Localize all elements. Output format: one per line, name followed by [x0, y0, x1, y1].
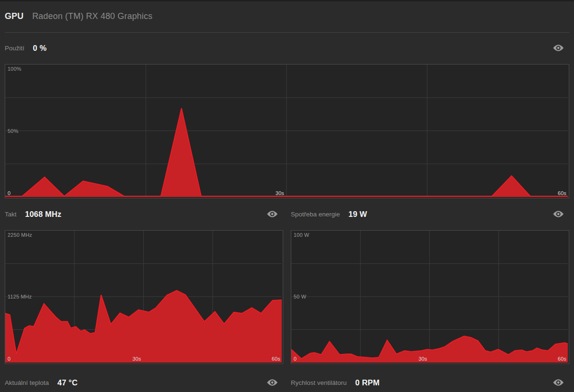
usage-chart: 100% 50% 0 30s 60s — [5, 64, 569, 198]
power-visibility-toggle[interactable] — [552, 210, 565, 218]
y-tick-mid: 50 W — [294, 294, 306, 299]
metric-clock-row: Takt 1068 MHz — [5, 206, 283, 222]
x-tick-60s: 60s — [558, 191, 566, 196]
device-name: Radeon (TM) RX 480 Graphics — [32, 11, 153, 21]
y-tick-zero: 0 — [8, 191, 10, 196]
metric-usage-row: Použití 0 % — [5, 40, 569, 56]
eye-icon — [553, 211, 564, 217]
eye-icon — [553, 45, 564, 51]
x-tick-30s: 30s — [276, 191, 287, 196]
temperature-visibility-toggle[interactable] — [266, 378, 278, 387]
metric-label: Rychlost ventilátoru — [291, 379, 347, 386]
metric-label: Použití — [5, 45, 24, 52]
gpu-header: GPU Radeon (TM) RX 480 Graphics — [5, 9, 569, 23]
y-tick-zero: 0 — [8, 356, 10, 362]
fan-visibility-toggle[interactable] — [552, 378, 565, 387]
y-tick-max: 100 W — [294, 233, 309, 238]
eye-icon — [553, 379, 564, 386]
x-tick-30s: 30s — [418, 356, 430, 362]
x-tick-60s: 60s — [272, 356, 280, 362]
metric-value: 0 RPM — [355, 378, 380, 387]
chart-canvas — [5, 231, 282, 363]
header-divider — [5, 32, 569, 33]
y-tick-mid: 50% — [8, 129, 19, 134]
eye-icon — [267, 211, 278, 217]
metric-temperature-row: Aktuální teplota 47 °C — [5, 375, 283, 390]
metric-value: 47 °C — [57, 378, 77, 387]
metric-value: 0 % — [33, 44, 46, 53]
metric-fan-row: Rychlost ventilátoru 0 RPM — [291, 375, 569, 390]
chart-canvas — [291, 231, 568, 363]
clock-visibility-toggle[interactable] — [266, 210, 278, 218]
y-tick-max: 100% — [8, 66, 21, 72]
metric-label: Spotřeba energie — [291, 211, 340, 218]
eye-icon — [267, 379, 278, 386]
chart-canvas — [5, 65, 568, 197]
power-chart: 100 W 50 W 0 30s 60s — [291, 230, 569, 364]
device-type-label: GPU — [5, 11, 24, 21]
metric-power-row: Spotřeba energie 19 W — [291, 206, 569, 222]
y-tick-mid: 1125 MHz — [8, 294, 32, 299]
y-tick-zero: 0 — [294, 356, 296, 362]
x-tick-30s: 30s — [132, 356, 144, 362]
metric-label: Takt — [5, 211, 17, 218]
metric-label: Aktuální teplota — [5, 379, 49, 386]
window-top-strip — [0, 0, 574, 1]
metric-value: 1068 MHz — [25, 210, 62, 219]
x-tick-60s: 60s — [558, 356, 566, 362]
clock-chart: 2250 MHz 1125 MHz 0 30s 60s — [5, 230, 283, 364]
metric-value: 19 W — [349, 210, 367, 219]
y-tick-max: 2250 MHz — [8, 233, 32, 238]
usage-visibility-toggle[interactable] — [552, 44, 565, 52]
